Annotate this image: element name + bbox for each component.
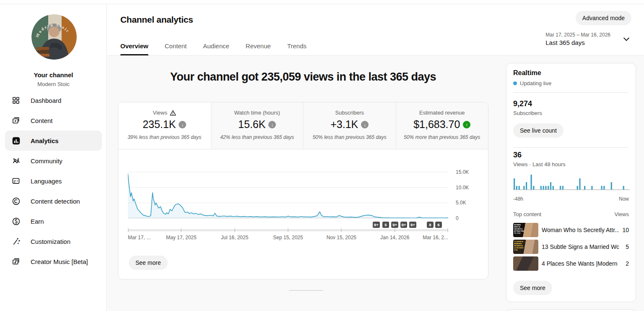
trend-down-icon: ↓ <box>268 121 276 128</box>
views-column-label: Views <box>615 211 629 217</box>
metric-revenue-value: $1,683.70 <box>413 118 460 131</box>
sidebar-item-content-detection[interactable]: Content detection <box>0 191 107 211</box>
publish-badge[interactable]: 9+ <box>373 222 380 228</box>
languages-icon <box>11 176 21 186</box>
sidebar-item-customization[interactable]: Customization <box>0 231 107 251</box>
metric-subscribers-delta: 50% less than previous 365 days <box>304 134 396 140</box>
channel-avatar-art: Modern Stoic <box>31 14 77 60</box>
next-card-top-edge <box>506 309 636 311</box>
metric-tabs: Views 235.1K ↓ 39% less than previous 36… <box>118 102 488 149</box>
community-icon <box>11 156 21 165</box>
y-tick-label: 0 <box>456 216 459 221</box>
divider <box>513 92 629 93</box>
metric-revenue[interactable]: Estimated revenue $1,683.70 ↑ 50% more t… <box>396 102 488 149</box>
metric-watch-time[interactable]: Watch time (hours) 15.6K ↓ 42% less than… <box>211 102 304 149</box>
sidebar-nav: Dashboard Content <box>0 90 107 272</box>
video-title: 4 Places She Wants |Modern ... <box>542 260 619 267</box>
sidebar-item-content[interactable]: Content <box>0 110 107 131</box>
axis-label-48h: -48h <box>513 196 523 202</box>
tab-trends[interactable]: Trends <box>287 42 306 55</box>
sidebar-item-creator-music[interactable]: Creator Music [Beta] <box>0 251 107 272</box>
x-tick-label: May 17, 2025 <box>166 235 197 240</box>
top-content-row-2[interactable]: 13 SIGNS A MARRIED WOMEN IN LOVE WITH YO… <box>513 240 629 254</box>
tab-content[interactable]: Content <box>165 42 187 55</box>
metric-revenue-label: Estimated revenue <box>419 110 465 116</box>
customization-icon <box>11 237 21 246</box>
tab-revenue[interactable]: Revenue <box>246 42 271 55</box>
channel-avatar[interactable]: Modern Stoic <box>31 14 77 60</box>
metric-views-value: 235.1K <box>143 118 176 131</box>
chart-timeline-scrubber[interactable] <box>128 229 448 231</box>
metric-views-label: Views <box>153 110 167 116</box>
sidebar-item-languages[interactable]: Languages <box>0 171 107 191</box>
metric-subscribers-label: Subscribers <box>335 110 364 116</box>
y-tick-label: 10.0K <box>456 185 469 191</box>
views-headline: Your channel got 235,059 views in the la… <box>118 71 488 84</box>
publish-badge[interactable]: 8 <box>427 222 434 228</box>
publish-badge[interactable]: 6 <box>435 222 442 228</box>
overview-chart-card: Views 235.1K ↓ 39% less than previous 36… <box>118 102 488 280</box>
realtime-title: Realtime <box>513 69 629 77</box>
metric-watch-time-label: Watch time (hours) <box>234 110 280 116</box>
realtime-status: Updating live <box>513 80 629 86</box>
y-tick-label: 15.0K <box>456 170 469 175</box>
x-tick-label: Sep 15, 2025 <box>273 235 303 240</box>
top-content-label: Top content <box>513 211 541 217</box>
x-tick-label: Mar 16, 2... <box>423 235 448 240</box>
x-tick-label: Jul 16, 2025 <box>221 235 248 240</box>
video-thumbnail: 13 SIGNS A MARRIED WOMEN IN LOVE WITH YO… <box>513 240 538 254</box>
metric-watch-time-value: 15.6K <box>238 118 265 131</box>
y-tick-label: 5.0K <box>456 200 466 206</box>
sidebar-item-dashboard[interactable]: Dashboard <box>0 90 107 110</box>
trend-down-icon: ↓ <box>179 121 186 128</box>
realtime-views-count: 36 <box>513 151 629 159</box>
views-line-chart[interactable] <box>128 166 448 218</box>
chevron-down-icon[interactable] <box>622 35 631 43</box>
divider <box>513 147 629 148</box>
publish-badges-row: 9+59+9+9+86 <box>128 222 448 228</box>
sidebar-item-community[interactable]: Community <box>0 151 107 171</box>
chart-see-more-button[interactable]: See more <box>129 256 168 270</box>
sidebar-item-analytics[interactable]: Analytics <box>5 131 102 151</box>
live-dot-icon <box>513 81 517 85</box>
metric-revenue-delta: 50% more than previous 365 days <box>396 134 488 140</box>
analytics-header: Channel analytics Overview Content Audie… <box>107 4 644 56</box>
publish-badge[interactable]: 9+ <box>400 222 408 228</box>
youtube-studio-analytics-page: Modern Stoic Your channel Modern Stoic D… <box>0 0 644 311</box>
top-content-row-1[interactable]: WOMEN WHO IS SECRETLY ATTRACTED TO YOU W… <box>513 223 629 237</box>
x-tick-label: Jan 14, 2026 <box>380 235 409 240</box>
trend-down-icon: ↓ <box>361 121 369 128</box>
advanced-mode-button[interactable]: Advanced mode <box>576 11 631 25</box>
realtime-subscribers-count: 9,274 <box>513 99 629 108</box>
publish-badge[interactable]: 5 <box>382 222 389 228</box>
metric-subscribers-value: +3.1K <box>330 118 358 131</box>
video-views: 2 <box>619 260 629 267</box>
metric-views-delta: 39% less than previous 365 days <box>118 134 211 140</box>
video-thumbnail <box>513 256 538 271</box>
sidebar-item-earn[interactable]: Earn <box>0 211 107 231</box>
realtime-subscribers-label: Subscribers <box>513 110 629 116</box>
bar-chart-svg <box>513 173 630 193</box>
publish-badge[interactable]: 9+ <box>409 222 416 228</box>
date-range-picker[interactable]: Mar 17, 2025 – Mar 16, 2026 Last 365 day… <box>545 32 631 46</box>
x-tick-label: Nov 15, 2025 <box>327 235 356 240</box>
dashboard-icon <box>11 96 21 105</box>
channel-name: Modern Stoic <box>0 81 107 87</box>
top-content-row-3[interactable]: 4 Places She Wants |Modern ... 2 <box>513 256 629 271</box>
see-live-count-button[interactable]: See live count <box>513 123 564 138</box>
metric-views[interactable]: Views 235.1K ↓ 39% less than previous 36… <box>118 102 211 149</box>
realtime-bar-chart[interactable] <box>513 173 629 193</box>
video-views: 10 <box>619 227 629 233</box>
realtime-see-more-button[interactable]: See more <box>513 281 552 295</box>
realtime-card: Realtime Updating live 9,274 Subscribers… <box>506 63 636 302</box>
metric-subscribers[interactable]: Subscribers +3.1K ↓ 50% less than previo… <box>303 102 396 149</box>
x-tick-label: Mar 17, ... <box>128 235 151 240</box>
tab-overview[interactable]: Overview <box>120 42 148 55</box>
sidebar: Modern Stoic Your channel Modern Stoic D… <box>0 4 107 311</box>
publish-badge[interactable]: 9+ <box>391 222 398 228</box>
content-icon <box>11 116 21 125</box>
date-range-text: Mar 17, 2025 – Mar 16, 2026 <box>545 32 610 38</box>
tab-audience[interactable]: Audience <box>203 42 229 55</box>
earn-icon <box>11 217 21 226</box>
creator-music-icon <box>11 257 21 266</box>
